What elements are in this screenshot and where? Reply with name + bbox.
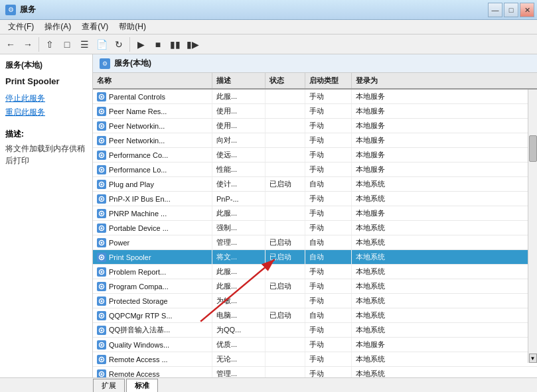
minimize-button[interactable]: — <box>488 3 502 17</box>
table-row[interactable]: Peer Networkin...向对...手动本地服务 <box>93 133 537 148</box>
service-name-cell: Performance Lo... <box>93 163 212 176</box>
left-panel: 服务(本地) Print Spooler 停止此服务 重启此服务 描述: 将文件… <box>0 54 93 377</box>
desc-title: 描述: <box>5 129 87 140</box>
service-startup-cell: 手动 <box>305 148 352 162</box>
app-icon: ⚙ <box>5 5 16 15</box>
service-icon <box>97 253 106 262</box>
service-startup-cell: 手动 <box>305 192 352 206</box>
table-row[interactable]: Performance Co...使远...手动本地服务 <box>93 148 537 163</box>
service-desc-cell: 无论... <box>212 352 266 366</box>
table-row[interactable]: Remote Access管理...手动本地系统 <box>93 367 537 377</box>
service-logon-cell: 本地系统 <box>352 352 405 366</box>
service-name-cell: Program Compa... <box>93 279 212 293</box>
service-name-text: Performance Co... <box>109 151 168 159</box>
service-name-text: Peer Networkin... <box>109 137 165 145</box>
window-title: 服务 <box>20 4 36 15</box>
scroll-down-btn[interactable]: ▼ <box>529 354 537 363</box>
table-row[interactable]: PNRP Machine ...此服...手动本地服务 <box>93 206 537 221</box>
service-icon <box>97 194 106 204</box>
service-icon <box>97 369 106 378</box>
table-row[interactable]: Power管理...已启动自动本地系统 <box>93 235 537 250</box>
table-row[interactable]: Performance Lo...性能...手动本地服务 <box>93 163 537 177</box>
toolbar-sep-1 <box>38 37 39 52</box>
service-name-text: Program Compa... <box>109 283 169 291</box>
service-desc-cell: 为敏... <box>212 294 266 308</box>
table-row[interactable]: Portable Device ...强制...手动本地系统 <box>93 221 537 235</box>
scrollbar[interactable]: ▲ ▼ <box>528 73 537 363</box>
toolbar-show-hide[interactable]: □ <box>59 36 75 52</box>
menu-help[interactable]: 帮助(H) <box>114 20 151 34</box>
toolbar-forward[interactable]: → <box>20 36 36 52</box>
table-row[interactable]: QQPCMgr RTP S...电脑...已启动自动本地系统 <box>93 308 537 323</box>
restart-service-link[interactable]: 重启此服务 <box>5 107 87 118</box>
service-desc-cell: 使用... <box>212 119 266 133</box>
toolbar-export[interactable]: 📄 <box>94 36 110 52</box>
table-row[interactable]: Print Spooler将文...已启动自动本地系统 <box>93 250 537 265</box>
scrollbar-thumb[interactable] <box>529 135 537 162</box>
svg-point-11 <box>101 168 103 170</box>
service-startup-cell: 手动 <box>305 133 352 147</box>
service-name-text: Remote Access ... <box>109 356 168 363</box>
service-name-text: Parental Controls <box>109 93 165 101</box>
table-row[interactable]: Peer Name Res...使用...手动本地服务 <box>93 104 537 119</box>
col-name[interactable]: 名称 <box>93 73 212 88</box>
toolbar-pause[interactable]: ▮▮ <box>167 36 183 52</box>
service-name-cell: Portable Device ... <box>93 221 212 235</box>
close-button[interactable]: ✕ <box>520 3 534 17</box>
service-startup-cell: 手动 <box>305 104 352 118</box>
service-icon <box>97 92 106 101</box>
service-desc-cell: 此服... <box>212 90 266 103</box>
table-row[interactable]: QQ拼音输入法基...为QQ...手动本地系统 <box>93 323 537 338</box>
col-desc[interactable]: 描述 <box>212 73 266 88</box>
service-name-text: Peer Networkin... <box>109 122 165 130</box>
col-status[interactable]: 状态 <box>266 73 305 88</box>
table-row[interactable]: Peer Networkin...使用...手动本地服务 <box>93 119 537 133</box>
service-desc-cell: 为QQ... <box>212 323 266 337</box>
svg-point-5 <box>101 125 103 127</box>
service-status-cell <box>266 352 305 366</box>
bottom-tab-标准[interactable]: 标准 <box>126 379 158 392</box>
toolbar-refresh[interactable]: ↻ <box>111 36 127 52</box>
service-name-text: Portable Device ... <box>109 224 169 232</box>
service-name-cell: PNRP Machine ... <box>93 206 212 220</box>
toolbar-play[interactable]: ▶ <box>133 36 149 52</box>
service-status-cell <box>266 119 305 133</box>
stop-service-link[interactable]: 停止此服务 <box>5 93 87 104</box>
col-logon[interactable]: 登录为 <box>352 73 405 88</box>
toolbar-restart[interactable]: ▮▶ <box>185 36 200 52</box>
col-startup[interactable]: 启动类型 <box>305 73 352 88</box>
service-name-cell: QQ拼音输入法基... <box>93 323 212 337</box>
service-logon-cell: 本地系统 <box>352 323 405 337</box>
service-name-cell: Peer Networkin... <box>93 119 212 133</box>
table-row[interactable]: Parental Controls此服...手动本地服务 <box>93 90 537 104</box>
table-row[interactable]: Problem Report...此服...手动本地系统 <box>93 265 537 279</box>
service-startup-cell: 自动 <box>305 235 352 249</box>
menu-action[interactable]: 操作(A) <box>39 20 76 34</box>
table-row[interactable]: Quality Windows...优质...手动本地服务 <box>93 338 537 352</box>
bottom-tab-扩展[interactable]: 扩展 <box>93 379 125 392</box>
toolbar-back[interactable]: ← <box>3 36 19 52</box>
svg-point-17 <box>101 212 103 214</box>
table-row[interactable]: PnP-X IP Bus En...PnP-...手动本地系统 <box>93 192 537 206</box>
service-name-cell: Remote Access <box>93 367 212 377</box>
toolbar-properties[interactable]: ☰ <box>76 36 92 52</box>
maximize-button[interactable]: □ <box>504 3 518 17</box>
table-row[interactable]: Program Compa...此服...已启动手动本地系统 <box>93 279 537 294</box>
toolbar-up[interactable]: ⇧ <box>42 36 58 52</box>
service-logon-cell: 本地服务 <box>352 119 405 133</box>
service-status-cell <box>266 163 305 176</box>
service-table[interactable]: 名称 描述 状态 启动类型 登录为 Parental Controls此服...… <box>93 73 537 377</box>
table-row[interactable]: Protected Storage为敏...手动本地系统 <box>93 294 537 308</box>
service-desc-cell: 此服... <box>212 279 266 293</box>
service-logon-cell: 本地系统 <box>352 279 405 293</box>
service-status-cell <box>266 148 305 162</box>
table-row[interactable]: Plug and Play使计...已启动自动本地系统 <box>93 177 537 192</box>
table-row[interactable]: Remote Access ...无论...手动本地系统 <box>93 352 537 367</box>
svg-point-25 <box>101 271 103 273</box>
service-logon-cell: 本地系统 <box>352 265 405 279</box>
menu-file[interactable]: 文件(F) <box>3 20 39 34</box>
menu-view[interactable]: 查看(V) <box>76 20 114 34</box>
service-icon <box>97 209 106 218</box>
service-name-text: QQPCMgr RTP S... <box>109 312 173 320</box>
toolbar-stop[interactable]: ■ <box>150 36 166 52</box>
